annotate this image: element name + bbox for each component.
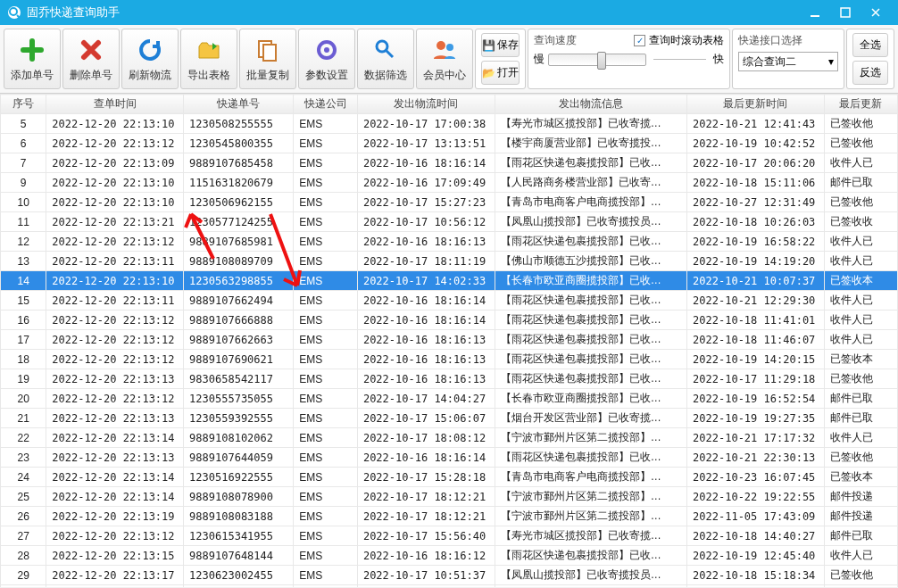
cell: 22 [1,428,46,448]
cell: 2022-10-21 17:17:32 [687,428,825,448]
table-row[interactable]: 92022-12-20 22:13:101151631820679EMS2022… [1,173,898,193]
save-button[interactable]: 💾 保存 [481,33,520,57]
table-row[interactable]: 182022-12-20 22:13:129889107690621EMS202… [1,350,898,369]
table-row[interactable]: 112022-12-20 22:13:211230577124255EMS202… [1,212,898,232]
table-row[interactable]: 282022-12-20 22:13:159889107648144EMS202… [1,546,898,566]
cell: 19 [1,369,46,389]
table-row[interactable]: 262022-12-20 22:13:199889108083188EMS202… [1,507,898,526]
col-tracking-no[interactable]: 快递单号 [184,95,294,114]
table-row[interactable]: 272022-12-20 22:13:121230615341955EMS202… [1,526,898,546]
col-ship-time[interactable]: 发出物流时间 [357,95,495,114]
table-row[interactable]: 132022-12-20 22:13:119889108089709EMS202… [1,252,898,271]
chevron-down-icon: ▾ [828,55,834,68]
col-last-time[interactable]: 最后更新时间 [687,95,825,114]
table-row[interactable]: 72022-12-20 22:13:099889107685458EMS2022… [1,153,898,173]
table-row[interactable]: 202022-12-20 22:13:121230555735055EMS202… [1,389,898,409]
speed-slider[interactable] [548,54,646,66]
cell: 已签收他 [824,369,897,389]
cell: 1230559392555 [184,409,294,428]
cell: 1230508255555 [184,114,294,134]
table-row[interactable]: 172022-12-20 22:13:129889107662663EMS202… [1,330,898,350]
cell: 2022-12-20 22:13:10 [46,173,184,193]
export-button[interactable]: 导出表格 [180,29,237,89]
select-all-button[interactable]: 全选 [852,33,888,57]
cell: 【佛山市顺德五沙揽投部】已收… [495,252,686,271]
slider-thumb[interactable] [597,52,606,70]
cell: 已签收他 [824,193,897,212]
cell: 收件人已 [824,252,897,271]
table-row[interactable]: 302022-12-20 22:13:141230632161455EMS202… [1,585,898,588]
cell: 2022-10-18 14:40:27 [687,526,825,546]
interface-combo[interactable]: 综合查询二 ▾ [738,52,838,71]
filter-button[interactable]: 数据筛选 [357,29,414,89]
table-row[interactable]: 62022-12-20 22:13:121230545800355EMS2022… [1,134,898,153]
invert-select-button[interactable]: 反选 [852,61,888,85]
maximize-button[interactable] [830,0,861,25]
cell: 9889108102062 [184,428,294,448]
refresh-button[interactable]: 刷新物流 [121,29,179,89]
data-grid[interactable]: 序号 查单时间 快递单号 快递公司 发出物流时间 发出物流信息 最后更新时间 最… [0,94,898,587]
table-row[interactable]: 102022-12-20 22:13:101230506962155EMS202… [1,193,898,212]
delete-button[interactable]: 删除单号 [62,29,120,89]
col-company[interactable]: 快递公司 [294,95,358,114]
table-row[interactable]: 292022-12-20 22:13:171230623002455EMS202… [1,566,898,585]
table-row[interactable]: 122022-12-20 22:13:129889107685981EMS202… [1,232,898,252]
open-button[interactable]: 📂 打开 [481,61,520,85]
users-icon [430,36,459,64]
cell: 2022-10-17 18:12:21 [357,487,495,507]
cell: 邮件已取 [824,409,897,428]
table-row[interactable]: 162022-12-20 22:13:129889107666888EMS202… [1,311,898,330]
member-button[interactable]: 会员中心 [416,29,473,89]
table-row[interactable]: 142022-12-20 22:13:101230563298855EMS202… [1,271,898,291]
cell: 【雨花区快递包裹揽投部】已收… [495,291,686,311]
cell: 【长春市欧亚商圈揽投部】已收… [495,271,686,291]
cell: 2022-10-16 18:16:13 [357,330,495,350]
cell: 11 [1,212,46,232]
cell: 1230623002455 [184,566,294,585]
table-row[interactable]: 212022-12-20 22:13:131230559392555EMS202… [1,409,898,428]
table-row[interactable]: 192022-12-20 22:13:139830658542117EMS202… [1,369,898,389]
export-label: 导出表格 [187,68,230,83]
cell: 退回妥投 [824,585,897,588]
cell: 1230577124255 [184,212,294,232]
cell: EMS [294,153,358,173]
close-button[interactable] [861,0,891,25]
cell: 2022-10-17 18:08:12 [357,428,495,448]
cell: 2022-10-17 15:28:18 [357,468,495,487]
table-row[interactable]: 222022-12-20 22:13:149889108102062EMS202… [1,428,898,448]
cell: 邮件投递 [824,507,897,526]
table-row[interactable]: 232022-12-20 22:13:139889107644059EMS202… [1,448,898,468]
cell: 27 [1,526,46,546]
filter-icon [371,36,400,64]
speed-box: 查询速度 ✓ 查询时滚动表格 慢 快 [528,29,730,89]
col-query-time[interactable]: 查单时间 [46,95,184,114]
cell: 29 [1,566,46,585]
col-ship-info[interactable]: 发出物流信息 [495,95,686,114]
plus-icon [18,36,46,64]
cell: 9889107662494 [184,291,294,311]
cell: 26 [1,507,46,526]
col-last-info[interactable]: 最后更新 [824,95,897,114]
cell: 2022-10-19 19:27:35 [687,409,825,428]
cell: 2022-10-23 16:07:45 [687,468,825,487]
cell: 2022-10-19 14:20:15 [687,350,825,369]
cell: 2022-10-16 18:16:12 [357,546,495,566]
minimize-button[interactable] [800,0,830,25]
cell: EMS [294,389,358,409]
add-button[interactable]: 添加单号 [4,29,61,89]
scroll-checkbox[interactable]: ✓ 查询时滚动表格 [634,33,724,48]
cell: 14 [1,271,46,291]
table-row[interactable]: 252022-12-20 22:13:149889108078900EMS202… [1,487,898,507]
cell: 邮件已取 [824,526,897,546]
cell: 【寿光市城区揽投部】已收寄揽… [495,526,686,546]
cell: EMS [294,134,358,153]
params-button[interactable]: 参数设置 [298,29,355,89]
cell: 7 [1,153,46,173]
table-row[interactable]: 152022-12-20 22:13:119889107662494EMS202… [1,291,898,311]
table-row[interactable]: 242022-12-20 22:13:141230516922555EMS202… [1,468,898,487]
cell: EMS [294,311,358,330]
table-row[interactable]: 52022-12-20 22:13:101230508255555EMS2022… [1,114,898,134]
cell: 【雨花区快递包裹揽投部】已收… [495,232,686,252]
col-seq[interactable]: 序号 [1,95,46,114]
batch-copy-button[interactable]: 批量复制 [239,29,296,89]
